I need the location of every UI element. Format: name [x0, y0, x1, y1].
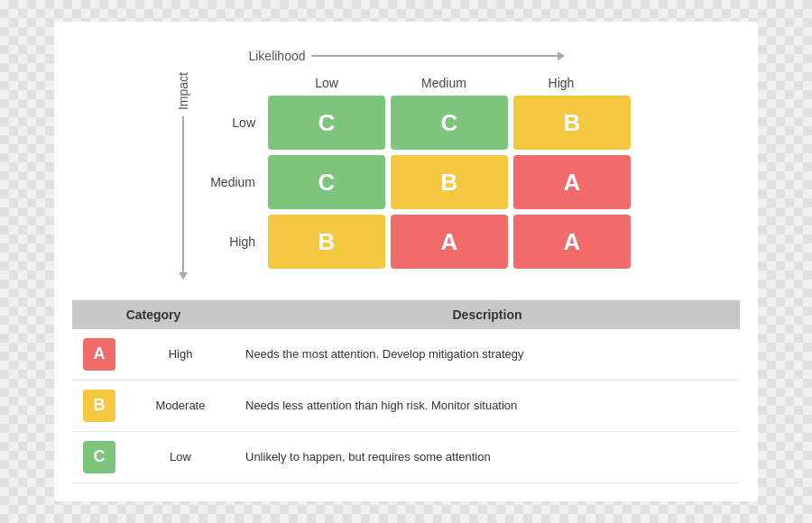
col-header-low: Low	[268, 76, 385, 90]
row-label-medium: Medium	[203, 175, 268, 189]
matrix-row-medium: Medium C B A	[203, 155, 636, 209]
cell-low-low: C	[268, 96, 385, 150]
row-label-low: Low	[203, 115, 268, 130]
cell-medium-high: A	[513, 155, 631, 209]
matrix-body: Impact Low Medium High Low C C B	[176, 72, 636, 278]
legend-badge-cell-a: A	[72, 329, 126, 381]
cell-low-medium: C	[391, 96, 508, 150]
legend-badge-c: C	[83, 441, 115, 473]
cell-low-high: B	[513, 96, 631, 150]
risk-matrix-card: Likelihood Impact Low Medium High Low	[54, 22, 758, 500]
matrix-section: Likelihood Impact Low Medium High Low	[72, 49, 740, 278]
row-label-high: High	[203, 234, 268, 249]
legend-badge-cell-b: B	[72, 380, 126, 431]
legend-col-description: Description	[235, 300, 740, 329]
legend-table: Category Description A High Needs the mo…	[72, 300, 740, 483]
legend-desc-a: Needs the most attention. Develop mitiga…	[235, 329, 740, 381]
likelihood-axis: Likelihood	[248, 49, 563, 63]
impact-label: Impact	[176, 72, 190, 110]
legend-badge-a: A	[83, 338, 115, 371]
likelihood-label: Likelihood	[248, 49, 305, 63]
legend-category-a: High	[126, 329, 235, 381]
col-headers: Low Medium High	[268, 76, 636, 90]
likelihood-arrow	[311, 55, 564, 57]
legend-badge-cell-c: C	[72, 431, 126, 482]
impact-arrow	[182, 116, 184, 279]
legend-desc-b: Needs less attention than high risk. Mon…	[235, 380, 740, 431]
cell-medium-medium: B	[391, 155, 508, 209]
legend-category-c: Low	[126, 431, 235, 482]
legend-row-c: C Low Unlikely to happen, but requires s…	[72, 431, 740, 482]
col-header-medium: Medium	[385, 76, 503, 90]
matrix-row-high: High B A A	[203, 215, 636, 269]
cell-high-low: B	[268, 215, 385, 269]
legend-row-b: B Moderate Needs less attention than hig…	[72, 380, 740, 431]
legend-col-category: Category	[72, 300, 235, 329]
cell-medium-low: C	[268, 155, 385, 209]
matrix-grid: Low Medium High Low C C B Medium C B A	[203, 76, 636, 274]
col-header-high: High	[503, 76, 620, 90]
legend-category-b: Moderate	[126, 380, 235, 431]
legend-row-a: A High Needs the most attention. Develop…	[72, 329, 740, 381]
cell-high-medium: A	[391, 215, 508, 269]
legend-badge-b: B	[83, 390, 115, 422]
cell-high-high: A	[513, 215, 631, 269]
matrix-row-low: Low C C B	[203, 96, 636, 150]
impact-axis: Impact	[176, 72, 190, 278]
legend-desc-c: Unlikely to happen, but requires some at…	[235, 431, 740, 482]
